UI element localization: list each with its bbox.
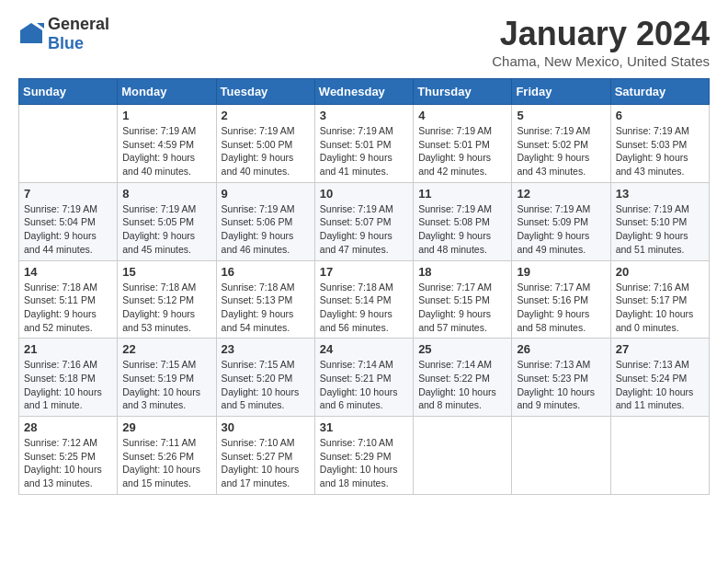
logo-general: General [48,15,109,33]
day-number: 17 [320,265,408,279]
calendar-header-row: SundayMondayTuesdayWednesdayThursdayFrid… [19,79,710,105]
calendar-cell: 22Sunrise: 7:15 AMSunset: 5:19 PMDayligh… [118,339,216,417]
day-number: 7 [24,187,112,201]
day-info: Sunrise: 7:19 AMSunset: 5:01 PMDaylight:… [320,124,408,178]
day-number: 9 [222,187,310,201]
day-info: Sunrise: 7:16 AMSunset: 5:18 PMDaylight:… [24,358,112,412]
day-number: 12 [517,187,605,201]
logo: General Blue [18,15,109,53]
calendar-week-row: 7Sunrise: 7:19 AMSunset: 5:04 PMDaylight… [19,182,710,260]
day-number: 16 [222,265,310,279]
calendar-cell: 9Sunrise: 7:19 AMSunset: 5:06 PMDaylight… [216,182,314,260]
calendar-cell: 21Sunrise: 7:16 AMSunset: 5:18 PMDayligh… [19,339,118,417]
day-info: Sunrise: 7:19 AMSunset: 5:04 PMDaylight:… [24,202,112,257]
day-number: 25 [418,342,506,356]
day-number: 30 [222,420,310,434]
day-info: Sunrise: 7:18 AMSunset: 5:13 PMDaylight:… [222,281,310,335]
calendar-cell: 28Sunrise: 7:12 AMSunset: 5:25 PMDayligh… [19,417,118,495]
day-number: 8 [122,187,210,201]
day-info: Sunrise: 7:14 AMSunset: 5:21 PMDaylight:… [320,358,408,412]
day-info: Sunrise: 7:16 AMSunset: 5:17 PMDaylight:… [616,281,704,335]
day-number: 3 [320,109,408,122]
calendar-cell: 5Sunrise: 7:19 AMSunset: 5:02 PMDaylight… [512,105,610,183]
location-title: Chama, New Mexico, United States [492,53,710,69]
calendar-week-row: 28Sunrise: 7:12 AMSunset: 5:25 PMDayligh… [19,417,710,495]
month-title: January 2024 [492,15,710,53]
calendar-cell: 25Sunrise: 7:14 AMSunset: 5:22 PMDayligh… [414,339,512,417]
calendar-cell: 16Sunrise: 7:18 AMSunset: 5:13 PMDayligh… [216,260,314,339]
calendar-cell: 1Sunrise: 7:19 AMSunset: 4:59 PMDaylight… [118,105,216,183]
day-info: Sunrise: 7:19 AMSunset: 5:02 PMDaylight:… [517,124,605,178]
day-info: Sunrise: 7:10 AMSunset: 5:29 PMDaylight:… [320,436,408,490]
day-number: 26 [517,342,605,356]
calendar-week-row: 14Sunrise: 7:18 AMSunset: 5:11 PMDayligh… [19,260,710,339]
title-block: January 2024 Chama, New Mexico, United S… [492,15,710,69]
day-number: 4 [418,109,506,122]
calendar-cell: 20Sunrise: 7:16 AMSunset: 5:17 PMDayligh… [610,260,709,339]
page-header: General Blue January 2024 Chama, New Mex… [18,15,710,69]
calendar-cell [512,417,610,495]
day-number: 2 [222,109,310,122]
calendar-cell: 30Sunrise: 7:10 AMSunset: 5:27 PMDayligh… [216,417,314,495]
calendar-cell [414,417,512,495]
calendar-cell: 26Sunrise: 7:13 AMSunset: 5:23 PMDayligh… [512,339,610,417]
calendar-cell: 8Sunrise: 7:19 AMSunset: 5:05 PMDaylight… [118,182,216,260]
day-header-saturday: Saturday [610,79,709,105]
day-number: 5 [517,109,605,122]
day-info: Sunrise: 7:13 AMSunset: 5:24 PMDaylight:… [616,358,704,412]
day-number: 6 [616,109,704,122]
day-info: Sunrise: 7:18 AMSunset: 5:12 PMDaylight:… [122,281,210,335]
calendar-cell: 19Sunrise: 7:17 AMSunset: 5:16 PMDayligh… [512,260,610,339]
day-info: Sunrise: 7:11 AMSunset: 5:26 PMDaylight:… [122,436,210,490]
day-info: Sunrise: 7:14 AMSunset: 5:22 PMDaylight:… [418,358,506,412]
calendar-cell: 13Sunrise: 7:19 AMSunset: 5:10 PMDayligh… [610,182,709,260]
calendar-cell: 2Sunrise: 7:19 AMSunset: 5:00 PMDaylight… [216,105,314,183]
day-number: 13 [616,187,704,201]
calendar-cell: 27Sunrise: 7:13 AMSunset: 5:24 PMDayligh… [610,339,709,417]
svg-marker-0 [20,23,42,43]
day-header-wednesday: Wednesday [314,79,413,105]
day-number: 18 [418,265,506,279]
day-number: 10 [320,187,408,201]
day-info: Sunrise: 7:19 AMSunset: 5:06 PMDaylight:… [222,202,310,257]
day-number: 31 [320,420,408,434]
day-info: Sunrise: 7:17 AMSunset: 5:16 PMDaylight:… [517,281,605,335]
calendar-cell: 6Sunrise: 7:19 AMSunset: 5:03 PMDaylight… [610,105,709,183]
calendar-cell: 23Sunrise: 7:15 AMSunset: 5:20 PMDayligh… [216,339,314,417]
calendar-cell: 14Sunrise: 7:18 AMSunset: 5:11 PMDayligh… [19,260,118,339]
day-number: 24 [320,342,408,356]
day-info: Sunrise: 7:19 AMSunset: 5:05 PMDaylight:… [122,202,210,257]
day-info: Sunrise: 7:15 AMSunset: 5:20 PMDaylight:… [222,358,310,412]
calendar-cell: 18Sunrise: 7:17 AMSunset: 5:15 PMDayligh… [414,260,512,339]
day-header-tuesday: Tuesday [216,79,314,105]
day-number: 28 [24,420,112,434]
calendar-cell: 3Sunrise: 7:19 AMSunset: 5:01 PMDaylight… [314,105,413,183]
day-number: 19 [517,265,605,279]
day-info: Sunrise: 7:19 AMSunset: 5:01 PMDaylight:… [418,124,506,178]
day-number: 27 [616,342,704,356]
day-number: 23 [222,342,310,356]
day-info: Sunrise: 7:19 AMSunset: 5:03 PMDaylight:… [616,124,704,178]
day-number: 20 [616,265,704,279]
day-info: Sunrise: 7:15 AMSunset: 5:19 PMDaylight:… [122,358,210,412]
day-number: 1 [122,109,210,122]
day-info: Sunrise: 7:12 AMSunset: 5:25 PMDaylight:… [24,436,112,490]
day-number: 29 [122,420,210,434]
calendar-cell: 17Sunrise: 7:18 AMSunset: 5:14 PMDayligh… [314,260,413,339]
day-info: Sunrise: 7:19 AMSunset: 5:09 PMDaylight:… [517,202,605,257]
day-info: Sunrise: 7:13 AMSunset: 5:23 PMDaylight:… [517,358,605,412]
calendar-week-row: 21Sunrise: 7:16 AMSunset: 5:18 PMDayligh… [19,339,710,417]
calendar-table: SundayMondayTuesdayWednesdayThursdayFrid… [18,78,710,495]
day-info: Sunrise: 7:19 AMSunset: 4:59 PMDaylight:… [122,124,210,178]
calendar-cell: 12Sunrise: 7:19 AMSunset: 5:09 PMDayligh… [512,182,610,260]
calendar-cell [610,417,709,495]
calendar-cell [19,105,118,183]
calendar-cell: 4Sunrise: 7:19 AMSunset: 5:01 PMDaylight… [414,105,512,183]
day-info: Sunrise: 7:19 AMSunset: 5:10 PMDaylight:… [616,202,704,257]
day-number: 11 [418,187,506,201]
day-info: Sunrise: 7:19 AMSunset: 5:00 PMDaylight:… [222,124,310,178]
day-number: 14 [24,265,112,279]
logo-blue: Blue [48,34,84,52]
day-header-thursday: Thursday [414,79,512,105]
calendar-cell: 11Sunrise: 7:19 AMSunset: 5:08 PMDayligh… [414,182,512,260]
